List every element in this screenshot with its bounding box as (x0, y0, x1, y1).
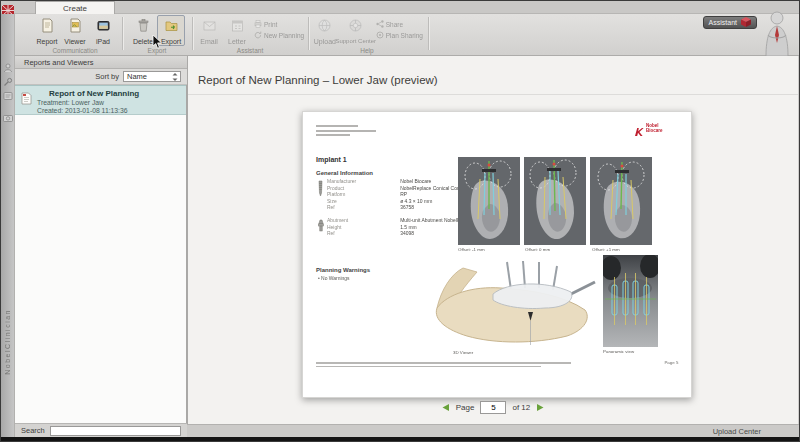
letter-button[interactable]: Letter (223, 15, 251, 45)
cross-section-row (458, 157, 652, 249)
panoramic-image (603, 255, 658, 351)
page-of-label: of 12 (512, 403, 530, 412)
cross-section-image-3 (590, 157, 652, 249)
planning-icon[interactable] (3, 87, 13, 97)
viewer-button[interactable]: Viewer (61, 15, 89, 45)
letter-label: Letter (228, 38, 246, 45)
app-logo-icon[interactable] (2, 2, 14, 13)
ipad-label: iPad (96, 38, 110, 45)
email-icon (202, 18, 217, 37)
info-label: Abutment (327, 218, 396, 224)
report-button[interactable]: Report (33, 15, 61, 45)
print-label: Print (264, 21, 277, 28)
group-label-assistant: Assistant (195, 47, 305, 54)
sort-spinner[interactable] (171, 72, 180, 81)
search-row: Search (15, 423, 187, 437)
assistant-cube-icon (741, 17, 751, 28)
viewer-icon (68, 18, 83, 37)
report-document-icon (21, 91, 32, 109)
report-icon (40, 18, 55, 37)
ribbon-group-communication: Report Viewer iPad Communication (31, 15, 119, 55)
letter-icon (230, 18, 245, 37)
export-button[interactable]: Export (157, 15, 185, 46)
nobel-logo-mark-icon (634, 123, 644, 141)
email-button[interactable]: Email (195, 15, 223, 45)
nobel-biocare-logo: Nobel Biocare (634, 123, 679, 141)
list-item-report-of-new-planning[interactable]: Report of New Planning Treatment: Lower … (15, 85, 186, 115)
search-input[interactable] (50, 426, 181, 436)
ribbon-divider (122, 17, 123, 50)
assistant-button-label: Assistant (709, 19, 737, 26)
tab-create[interactable]: Create (35, 1, 115, 14)
previous-page-button[interactable] (441, 403, 450, 412)
general-information-heading: General Information (316, 170, 373, 176)
info-label: Height (327, 225, 396, 231)
planning-warnings-heading: Planning Warnings (316, 267, 370, 273)
document-page-number: Page 5 (664, 360, 678, 365)
implant-screw-icon (317, 180, 324, 201)
cross-section-image-1 (458, 157, 520, 249)
sort-dropdown-value: Name (127, 72, 147, 81)
left-toolbar: NobelClinician (1, 14, 15, 437)
camera-icon[interactable] (3, 109, 13, 119)
share-menu-item[interactable]: Share (376, 20, 423, 29)
upload-globe-icon (317, 18, 332, 37)
planning-warnings-item: • No Warnings (318, 276, 350, 282)
upload-label: Upload (314, 38, 336, 45)
list-item-title: Report of New Planning (49, 89, 182, 98)
new-planning-label: New Planning (264, 32, 304, 39)
document-header-text (316, 125, 376, 139)
viewer-label: Viewer (64, 38, 85, 45)
panel-header-reports-and-viewers: Reports and Viewers (15, 56, 187, 69)
info-label: Ref (327, 205, 396, 211)
cross-section-caption-1: Offset: -1 mm (458, 247, 485, 252)
print-menu-item[interactable]: Print (254, 20, 304, 29)
sort-dropdown[interactable]: Name (123, 71, 181, 82)
new-planning-icon (254, 31, 262, 40)
group-label-help: Help (311, 47, 423, 54)
panoramic-caption: Panoramic view (603, 349, 634, 354)
page-navigation: Page of 12 (188, 401, 798, 414)
patient-icon[interactable] (3, 59, 13, 69)
delete-label: Delete (133, 38, 153, 45)
new-planning-menu-item[interactable]: New Planning (254, 31, 304, 40)
logo-text-line2: Biocare (646, 128, 663, 131)
vertical-brand-label: NobelClinician (4, 309, 11, 375)
ipad-button[interactable]: iPad (89, 15, 117, 45)
tools-icon[interactable] (3, 73, 13, 83)
next-page-button[interactable] (536, 403, 545, 412)
sort-row: Sort by Name (15, 69, 187, 85)
jaw-3d-image (433, 260, 598, 350)
sort-by-label: Sort by (95, 72, 119, 81)
info-label: Manufacturer (327, 179, 396, 185)
group-label-export: Export (125, 47, 189, 54)
page-number-input[interactable] (480, 401, 506, 414)
cross-section-caption-3: Offset: +1 mm (592, 247, 620, 252)
document-disclaimer-text (316, 362, 571, 369)
email-label: Email (200, 38, 218, 45)
implant-heading: Implant 1 (316, 156, 347, 163)
delete-icon (136, 18, 151, 37)
share-label: Share (386, 21, 403, 28)
abutment-icon (317, 218, 325, 236)
ribbon-divider (428, 17, 429, 50)
ribbon-group-assistant: Email Letter Print (195, 15, 305, 55)
status-bar: Upload Center (187, 424, 800, 437)
tab-strip: Create (1, 1, 799, 14)
support-button[interactable]: Support Center (339, 15, 373, 44)
share-icon (376, 20, 384, 29)
assistant-button[interactable]: Assistant (703, 16, 757, 29)
logo-text-line1: Nobel (646, 123, 663, 126)
info-label: Size (327, 199, 396, 205)
group-label-communication: Communication (31, 47, 119, 54)
delete-button[interactable]: Delete (129, 15, 157, 45)
bottom-black-bar (1, 437, 799, 442)
report-label: Report (36, 38, 57, 45)
assistant-mascot[interactable] (759, 10, 795, 56)
plan-sharing-menu-item[interactable]: Plan Sharing (376, 31, 423, 40)
ribbon-divider (308, 17, 309, 50)
jaw-caption: 3D Viewer (453, 350, 473, 355)
info-label: Ref (327, 231, 396, 237)
export-icon (164, 18, 179, 37)
search-label: Search (21, 426, 45, 435)
